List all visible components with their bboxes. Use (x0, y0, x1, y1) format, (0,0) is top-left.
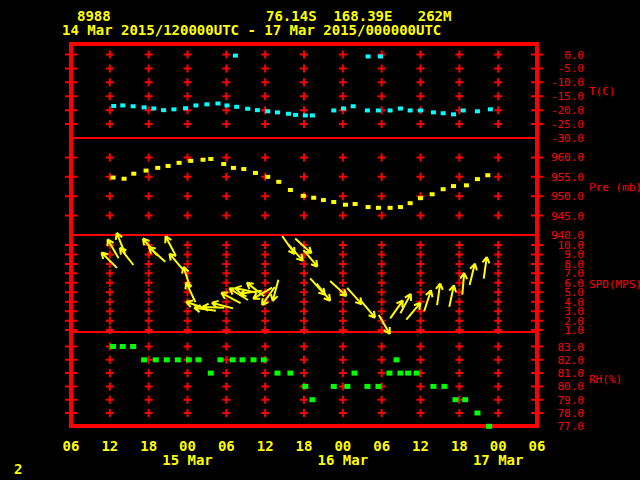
wind-arrow (449, 285, 456, 307)
svg-text:18: 18 (451, 438, 468, 454)
pressure-series (111, 157, 491, 210)
svg-text:1.0: 1.0 (564, 324, 584, 337)
svg-text:06: 06 (218, 438, 235, 454)
wind-arrow (424, 290, 432, 311)
wind-arrow (483, 257, 490, 279)
svg-text:-30.0: -30.0 (551, 132, 584, 145)
svg-text:18: 18 (296, 438, 313, 454)
wind-arrow (165, 236, 176, 256)
svg-text:960.0: 960.0 (551, 151, 584, 164)
svg-text:12: 12 (257, 438, 274, 454)
y-axis-labels: 0.0-5.0-10.0-15.0-20.0-25.0-30.0T(C)960.… (551, 49, 640, 434)
wind-arrow (347, 288, 362, 304)
svg-text:16 Mar: 16 Mar (318, 452, 369, 468)
svg-text:-25.0: -25.0 (551, 118, 584, 131)
svg-text:06: 06 (63, 438, 80, 454)
svg-text:RH(%): RH(%) (589, 373, 622, 386)
wind-arrow (390, 300, 403, 318)
svg-text:06: 06 (373, 438, 390, 454)
svg-text:06: 06 (529, 438, 546, 454)
meteogram-plot: 0.0-5.0-10.0-15.0-20.0-25.0-30.0T(C)960.… (0, 0, 640, 480)
wind-arrow (470, 264, 477, 285)
svg-text:81.0: 81.0 (558, 367, 585, 380)
wind-arrow (120, 248, 133, 265)
svg-text:17 Mar: 17 Mar (473, 452, 524, 468)
svg-text:-10.0: -10.0 (551, 76, 584, 89)
svg-text:0.0: 0.0 (564, 49, 584, 62)
svg-text:78.0: 78.0 (558, 407, 585, 420)
wind-arrow (361, 301, 375, 318)
svg-text:-20.0: -20.0 (551, 104, 584, 117)
svg-text:-5.0: -5.0 (558, 62, 585, 75)
svg-text:80.0: 80.0 (558, 380, 585, 393)
svg-text:83.0: 83.0 (558, 341, 585, 354)
wind-arrow (436, 283, 443, 305)
svg-text:955.0: 955.0 (551, 171, 584, 184)
svg-text:T(C): T(C) (589, 85, 616, 98)
svg-text:18: 18 (140, 438, 157, 454)
svg-text:15 Mar: 15 Mar (162, 452, 213, 468)
svg-text:79.0: 79.0 (558, 394, 585, 407)
svg-text:12: 12 (101, 438, 118, 454)
svg-text:77.0: 77.0 (558, 420, 585, 433)
wind-arrow (169, 254, 183, 271)
svg-text:950.0: 950.0 (551, 190, 584, 203)
svg-text:-15.0: -15.0 (551, 90, 584, 103)
meteogram-screen: 8988 76.14S 168.39E 262M 14 Mar 2015/120… (0, 0, 640, 480)
svg-text:945.0: 945.0 (551, 210, 584, 223)
svg-text:SPD(MPS): SPD(MPS) (589, 278, 640, 291)
x-axis-labels: 0612180006121800061218000615 Mar16 Mar17… (63, 438, 546, 468)
wind-arrow-series (101, 233, 489, 334)
svg-text:82.0: 82.0 (558, 354, 585, 367)
svg-text:Pre (mb): Pre (mb) (589, 181, 640, 194)
svg-text:12: 12 (412, 438, 429, 454)
plot-frame (71, 44, 537, 426)
